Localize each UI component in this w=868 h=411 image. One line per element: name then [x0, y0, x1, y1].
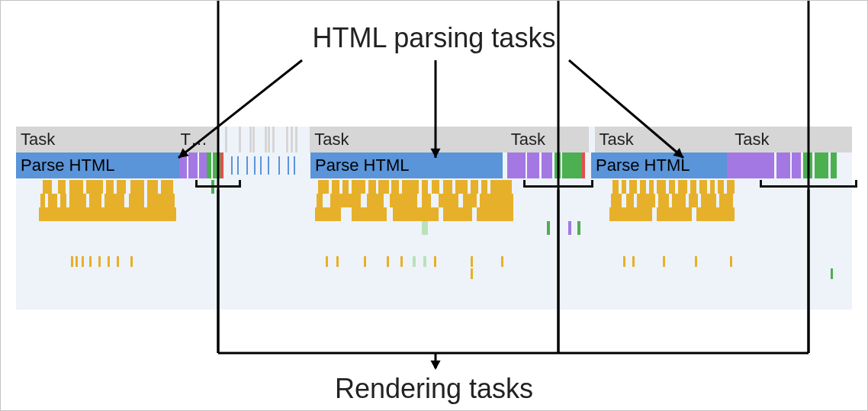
flame-bar [117, 180, 126, 194]
flame-bar [422, 194, 431, 207]
flame-bar [477, 207, 513, 221]
render-block[interactable] [179, 153, 223, 178]
flame-bar [730, 256, 732, 267]
flame-bar [831, 268, 833, 279]
flame-bar [76, 256, 78, 267]
flame-bar [727, 180, 735, 194]
flame-bar [43, 180, 52, 194]
flame-bar [480, 194, 513, 207]
render-bracket [760, 180, 857, 188]
label-html-parsing[interactable]: HTML parsing tasks [313, 22, 556, 54]
flame-bar [443, 180, 452, 194]
flame-bar [443, 207, 472, 221]
flame-bar [423, 256, 426, 267]
flame-bar [471, 268, 473, 279]
task-row: TaskT…TaskTaskTaskTask [16, 127, 852, 153]
flame-bar [89, 256, 92, 267]
flame-bar [48, 194, 57, 207]
render-block[interactable] [507, 153, 585, 178]
flame-bar [439, 194, 458, 207]
diagram-frame[interactable]: HTML parsing tasks Rendering tasks TaskT… [0, 0, 868, 411]
flame-bar [422, 180, 428, 194]
flame-bar [104, 194, 124, 207]
flame-bar [623, 256, 625, 267]
render-bracket [195, 180, 241, 188]
flame-bar [657, 207, 692, 221]
flame-bar [69, 180, 83, 194]
flame-bar [663, 256, 665, 267]
flame-bar [501, 256, 503, 267]
flame-bar [129, 194, 144, 207]
flame-bar [332, 180, 339, 194]
flame-bar [718, 180, 724, 194]
flame-bar [402, 180, 419, 194]
flame-bar [658, 194, 669, 207]
flame-bar [471, 256, 473, 267]
flame-bar [568, 221, 571, 235]
flame-bar [463, 194, 477, 207]
flame-bar [689, 194, 698, 207]
task-block[interactable]: Task [730, 127, 835, 153]
flame-bar [387, 256, 389, 267]
task-gap [217, 127, 310, 153]
parse-html-block[interactable]: Parse HTML [310, 153, 503, 178]
parse-row: Parse HTMLParse HTMLParse HTML [16, 153, 852, 178]
flame-bar [455, 180, 468, 194]
timeline-slab[interactable]: TaskT…TaskTaskTaskTask Parse HTMLParse H… [16, 127, 852, 310]
flame-bar [117, 256, 119, 267]
flame-bar [471, 180, 478, 194]
task-block[interactable]: Task [16, 127, 176, 153]
task-gap [589, 127, 595, 153]
flame-bar [330, 194, 361, 207]
flame-bar [611, 194, 622, 207]
flame-bar [390, 194, 417, 207]
flame-bar [336, 256, 339, 267]
flame-bar [391, 180, 399, 194]
flame-bar [547, 221, 550, 235]
parse-html-block[interactable]: Parse HTML [591, 153, 727, 178]
flame-area [16, 180, 852, 310]
flame-bar [632, 256, 635, 267]
flame-bar [108, 256, 110, 267]
task-block[interactable] [835, 127, 852, 153]
flame-bar [609, 207, 652, 221]
parse-spacer [585, 153, 591, 178]
flame-bar [690, 180, 696, 194]
flame-bar [106, 180, 114, 194]
flame-bar [89, 194, 101, 207]
flame-bar [701, 194, 716, 207]
flame-bar [400, 256, 403, 267]
flame-bar [719, 194, 733, 207]
flame-bar [669, 180, 675, 194]
flame-bar [612, 180, 619, 194]
flame-bar [622, 180, 626, 194]
flame-bar [60, 194, 66, 207]
flame-bar [367, 194, 384, 207]
flame-bar [318, 180, 329, 194]
flame-bar [577, 221, 580, 235]
parse-html-block[interactable]: Parse HTML [16, 153, 179, 178]
flame-bar [490, 180, 512, 194]
label-rendering[interactable]: Rendering tasks [335, 373, 533, 405]
flame-bar [147, 194, 175, 207]
flame-bar [364, 256, 366, 267]
svg-marker-14 [430, 361, 440, 370]
render-block[interactable] [727, 153, 837, 178]
task-block[interactable]: T… [176, 127, 217, 153]
flame-bar [637, 194, 655, 207]
flame-bar [40, 194, 45, 207]
flame-bar [481, 180, 487, 194]
task-block[interactable]: Task [595, 127, 731, 153]
flame-bar [86, 180, 103, 194]
flame-bar [352, 207, 387, 221]
flame-bar [626, 194, 634, 207]
task-block[interactable]: Task [310, 127, 506, 153]
parse-gap [223, 153, 310, 178]
flame-bar [82, 256, 84, 267]
flame-bar [71, 256, 73, 267]
flame-bar [326, 256, 328, 267]
flame-bar [58, 180, 66, 194]
task-block[interactable]: Task [506, 127, 589, 153]
flame-bar [434, 256, 436, 267]
flame-bar [432, 180, 439, 194]
